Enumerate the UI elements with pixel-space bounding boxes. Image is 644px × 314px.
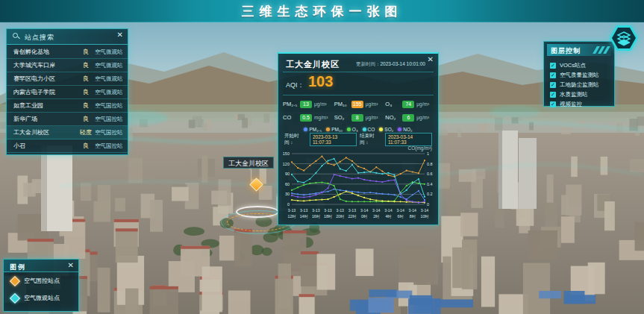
pollutant-value-badge: 8 xyxy=(351,114,363,122)
svg-text:14时: 14时 xyxy=(300,214,309,219)
right-axis-title: CO(mg/m³) xyxy=(408,145,433,151)
svg-text:60: 60 xyxy=(285,182,290,186)
station-aqi-level: 良 xyxy=(78,101,93,110)
legend-header: 图例 ✕ xyxy=(4,260,78,272)
checkbox-checked-icon[interactable]: ✓ xyxy=(550,72,556,78)
station-row[interactable]: 大学城汽车口岸良空气微观站 xyxy=(7,59,128,72)
station-row[interactable]: 工大金川校区轻度空气国控站 xyxy=(7,126,128,139)
checkbox-checked-icon[interactable]: ✓ xyxy=(550,82,556,88)
pollutant-unit: mg/m³ xyxy=(314,115,328,120)
pollutant-unit: μg/m³ xyxy=(416,101,429,107)
pollutant-row: CO0.5mg/m³SO₂8μg/m³NO₂6μg/m³ xyxy=(283,112,437,123)
legend-item: 空气微观站点 xyxy=(4,289,78,307)
svg-text:3-14: 3-14 xyxy=(409,208,416,213)
close-icon[interactable]: ✕ xyxy=(117,31,123,39)
page-title: 三维生态环保一张图 xyxy=(0,3,644,20)
station-type: 空气国控站 xyxy=(93,116,128,123)
layer-toggle-item[interactable]: ✓水质监测站 xyxy=(550,90,611,99)
legend-dot-icon xyxy=(326,128,330,131)
legend-dot-icon xyxy=(379,128,383,131)
start-time-input[interactable]: 2023-03-13 11:07:33 xyxy=(310,133,357,146)
pollutant-name: SO₂ xyxy=(334,114,349,121)
svg-text:16时: 16时 xyxy=(312,214,321,219)
close-icon[interactable]: ✕ xyxy=(68,262,74,269)
layer-label: 工地扬尘监测站 xyxy=(560,81,599,89)
close-icon[interactable]: ✕ xyxy=(428,56,434,63)
pollutant-name: O₃ xyxy=(385,101,400,107)
layer-toggle-item[interactable]: ✓视频监控 xyxy=(550,100,611,109)
svg-text:20时: 20时 xyxy=(336,214,345,219)
layer-label: 空气质量监测站 xyxy=(560,72,599,79)
svg-text:90: 90 xyxy=(285,172,290,176)
station-row[interactable]: 赛罕区电力小区良空气微观站 xyxy=(7,72,128,86)
svg-text:30: 30 xyxy=(285,192,290,196)
station-row[interactable]: 小召良空气国控站 xyxy=(7,139,128,153)
checkbox-checked-icon[interactable]: ✓ xyxy=(550,63,556,69)
station-marker[interactable] xyxy=(251,179,263,191)
station-name: 新华广场 xyxy=(7,115,78,123)
chart-legend-item: CO xyxy=(363,127,375,132)
app-window: 工大金川校区 三维生态环保一张图 站点搜索 ✕ 青创孵化基地良空气微观站大学城汽… xyxy=(0,0,644,314)
layer-label: 视频监控 xyxy=(560,101,582,108)
search-icon xyxy=(13,33,20,40)
time-range-row: 开始时间： 2023-03-13 11:07:33 结束时间： 2023-03-… xyxy=(284,135,432,144)
station-row[interactable]: 青创孵化基地良空气微观站 xyxy=(7,45,128,59)
legend-dot-icon xyxy=(347,128,351,131)
station-aqi-level: 良 xyxy=(78,48,93,56)
svg-text:150: 150 xyxy=(283,151,290,156)
marker-diamond-icon xyxy=(249,178,263,191)
station-row[interactable]: 如意工业园良空气国控站 xyxy=(7,99,128,113)
layer-toggle-item[interactable]: ✓空气质量监测站 xyxy=(550,71,611,80)
station-aqi-level: 良 xyxy=(78,75,93,83)
legend-label: PM₁₀ xyxy=(331,127,343,132)
svg-text:18时: 18时 xyxy=(324,214,333,219)
pollutant-unit: μg/m³ xyxy=(366,101,378,107)
diamond-marker-icon xyxy=(10,292,20,303)
station-name: 内蒙古电子学院 xyxy=(7,88,78,96)
pollutant-cell: SO₂8μg/m³ xyxy=(334,112,386,123)
layer-toggle-item[interactable]: ✓工地扬尘监测站 xyxy=(550,81,611,90)
svg-text:3-14: 3-14 xyxy=(360,208,368,213)
legend-item: 空气国控站点 xyxy=(4,272,78,289)
pollutant-value-badge: 6 xyxy=(402,114,414,122)
checkbox-checked-icon[interactable]: ✓ xyxy=(550,101,556,107)
station-row[interactable]: 内蒙古电子学院良空气微观站 xyxy=(7,86,128,99)
station-name: 大学城汽车口岸 xyxy=(7,61,78,69)
layer-label: VOCs站点 xyxy=(560,62,586,69)
legend-dot-icon xyxy=(304,128,307,131)
chart-legend-item: PM₁₀ xyxy=(326,127,343,132)
svg-text:3-13: 3-13 xyxy=(288,208,296,213)
svg-text:120: 120 xyxy=(283,162,290,166)
checkbox-checked-icon[interactable]: ✓ xyxy=(550,92,556,98)
legend-label: NO₂ xyxy=(403,127,412,132)
pollutant-value-badge: 74 xyxy=(402,101,414,108)
layer-toggle-item[interactable]: ✓VOCs站点 xyxy=(550,61,611,70)
pollutant-cell: PM₁₀155μg/m³ xyxy=(334,98,386,110)
layers-glyph-icon xyxy=(610,25,638,51)
station-row[interactable]: 新华广场良空气国控站 xyxy=(7,113,128,126)
station-name: 赛罕区电力小区 xyxy=(7,75,78,83)
svg-text:10时: 10时 xyxy=(421,214,430,219)
map-legend-panel: 图例 ✕ 空气国控站点空气微观站点 xyxy=(3,259,79,312)
station-list-title: 站点搜索 xyxy=(25,33,54,43)
legend-label: O₃ xyxy=(352,127,358,132)
layers-hexagon-icon[interactable] xyxy=(610,25,638,51)
pollutant-cell: O₃74μg/m³ xyxy=(385,98,437,110)
svg-text:3-13: 3-13 xyxy=(337,208,344,213)
station-type: 空气国控站 xyxy=(93,142,128,150)
svg-text:3-14: 3-14 xyxy=(384,208,392,213)
svg-text:0: 0 xyxy=(427,202,429,207)
svg-text:3-14: 3-14 xyxy=(372,208,380,213)
legend-items: 空气国控站点空气微观站点 xyxy=(4,272,78,307)
svg-text:3-13: 3-13 xyxy=(348,208,356,213)
svg-text:3-13: 3-13 xyxy=(312,208,319,213)
station-type: 空气国控站 xyxy=(93,129,128,136)
pollutant-cell: PM₂.₅13μg/m³ xyxy=(283,98,334,110)
svg-text:12时: 12时 xyxy=(288,214,297,219)
legend-label: PM₂.₅ xyxy=(309,127,322,132)
end-time-input[interactable]: 2023-03-14 11:07:33 xyxy=(385,133,432,146)
marker-label[interactable]: 工大金川校区 xyxy=(223,157,274,169)
station-name: 小召 xyxy=(7,142,78,150)
station-type: 空气微观站 xyxy=(93,89,128,96)
svg-text:6时: 6时 xyxy=(398,214,404,219)
